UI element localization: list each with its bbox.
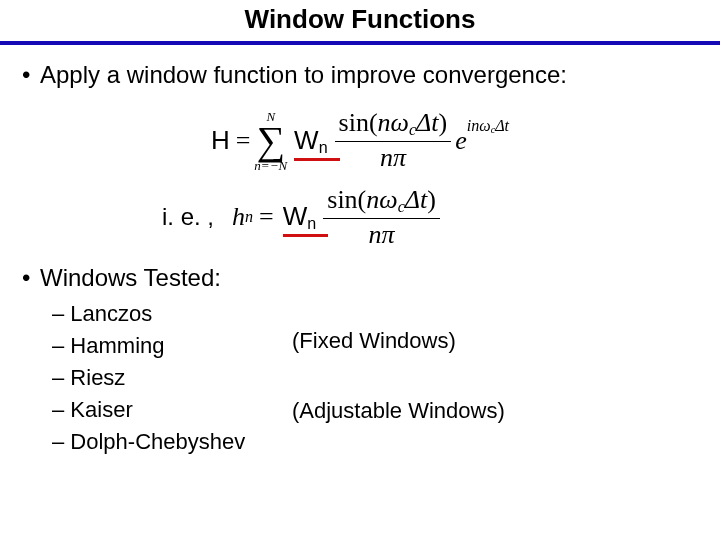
bullet-dot-icon: •: [22, 59, 40, 91]
list-item: – Kaiser: [52, 394, 292, 426]
eq1-fraction: sin(nωcΔt) nπ: [335, 109, 452, 171]
slide-title: Window Functions: [245, 4, 476, 35]
slide-body: •Apply a window function to improve conv…: [0, 45, 720, 458]
underline-icon: [283, 234, 329, 237]
equation-1: H = N ∑ n=−N Wn sin(nωcΔt) nπ: [22, 109, 698, 171]
windows-columns: – Lanczos – Hamming – Riesz – Kaiser – D…: [22, 298, 698, 457]
list-item: – Lanczos: [52, 298, 292, 330]
bullet-apply: •Apply a window function to improve conv…: [22, 59, 698, 91]
eq1-equals: =: [236, 126, 251, 156]
eq1-exponent: inωcΔt: [467, 117, 509, 135]
list-item: – Dolph-Chebyshev: [52, 426, 292, 458]
annotation-adjustable: (Adjustable Windows): [292, 398, 505, 424]
slide: Window Functions •Apply a window functio…: [0, 0, 720, 540]
list-item: – Hamming: [52, 330, 292, 362]
bullet-apply-text: Apply a window function to improve conve…: [40, 61, 567, 88]
eq1-lhs: H: [211, 125, 230, 156]
eq1-e: e: [455, 126, 467, 156]
sigma-icon: ∑: [256, 123, 285, 159]
sum-symbol: N ∑ n=−N: [254, 110, 287, 172]
underline-icon: [294, 158, 340, 161]
eq2-fraction: sin(nωcΔt) nπ: [323, 186, 440, 248]
equation-2-row: i. e. , hn = Wn sin(nωcΔt) nπ: [22, 186, 698, 248]
eq2-window-coeff: Wn: [283, 201, 317, 233]
annotation-fixed: (Fixed Windows): [292, 328, 505, 354]
windows-list: – Lanczos – Hamming – Riesz – Kaiser – D…: [52, 298, 292, 457]
title-block: Window Functions: [0, 4, 720, 35]
bullet-tested: •Windows Tested:: [22, 262, 698, 294]
equation-2: hn = Wn sin(nωcΔt) nπ: [232, 186, 444, 248]
ie-label: i. e. ,: [162, 203, 214, 231]
sum-lower: n=−N: [254, 159, 287, 172]
list-item: – Riesz: [52, 362, 292, 394]
annotations: (Fixed Windows) (Adjustable Windows): [292, 298, 505, 457]
bullet-tested-text: Windows Tested:: [40, 264, 221, 291]
eq1-window-coeff: Wn: [294, 125, 328, 157]
bullet-dot-icon: •: [22, 262, 40, 294]
